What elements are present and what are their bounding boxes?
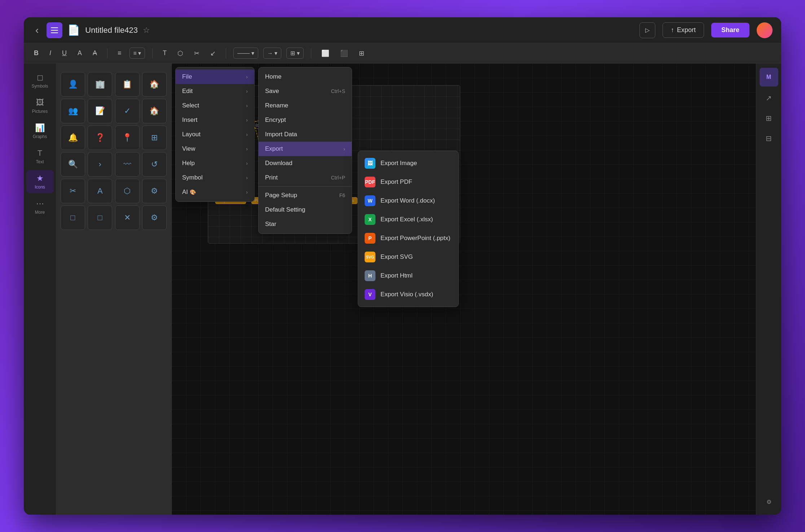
icon-cell[interactable]: ✕ <box>115 205 140 230</box>
export-html-icon: H <box>365 270 375 281</box>
graphs-icon: 📊 <box>35 123 45 133</box>
symbol-menu-item[interactable]: Symbol › <box>176 170 254 185</box>
toolbar-italic[interactable]: I <box>47 47 54 59</box>
file-star-item[interactable]: Star <box>259 217 352 231</box>
toolbar-line-style[interactable]: ─── ▾ <box>233 48 258 59</box>
select-menu-item[interactable]: Select › <box>176 98 254 113</box>
icon-cell[interactable]: ↺ <box>142 152 167 177</box>
file-import-item[interactable]: Import Data <box>259 127 352 142</box>
sidebar-item-symbols[interactable]: ◻ Symbols <box>26 69 54 92</box>
symbols-icon: ◻ <box>37 73 43 82</box>
export-svg-item[interactable]: SVG Export SVG <box>358 248 458 266</box>
icon-cell[interactable]: ❓ <box>88 125 112 150</box>
export-pdf-item[interactable]: PDF Export PDF <box>358 173 458 191</box>
icon-cell[interactable]: 🏠 <box>142 99 167 123</box>
icon-cell[interactable]: A <box>88 179 112 203</box>
rp-button-settings[interactable]: ⚙ <box>760 493 778 510</box>
icon-panel: 👤 🏢 📋 🏠 👥 📝 ✓ 🏠 🔔 ❓ 📍 ⊞ 🔍 › 〰 ↺ <box>56 63 172 515</box>
icon-cell[interactable]: 〰 <box>115 152 140 177</box>
icon-cell[interactable]: ✓ <box>115 99 140 123</box>
export-visio-item[interactable]: V Export Visio (.vsdx) <box>358 285 458 304</box>
export-button[interactable]: ↑ Export <box>663 22 704 38</box>
icon-cell[interactable]: □ <box>61 205 85 230</box>
export-excel-item[interactable]: X Export Excel (.xlsx) <box>358 210 458 229</box>
toolbar-separator2 <box>152 48 153 58</box>
file-print-item[interactable]: Print Ctrl+P <box>259 170 352 185</box>
rp-button-layout[interactable]: ⊟ <box>760 130 778 147</box>
file-rename-item[interactable]: Rename <box>259 98 352 113</box>
ai-menu-item[interactable]: AI 🎨 › <box>176 185 254 199</box>
toolbar-underline[interactable]: U <box>59 47 70 59</box>
sidebar-item-pictures[interactable]: 🖼 Pictures <box>26 94 54 118</box>
rp-button-move[interactable]: ↗ <box>760 89 778 107</box>
toolbar-border-style[interactable]: ⊞ ▾ <box>286 48 303 59</box>
icon-cell[interactable]: ⬡ <box>115 179 140 203</box>
toolbar-rect[interactable]: ⬜ <box>318 47 332 59</box>
icon-cell[interactable]: ✂ <box>61 179 85 203</box>
help-menu-item[interactable]: Help › <box>176 156 254 170</box>
icon-cell[interactable]: 🔔 <box>61 125 85 150</box>
insert-menu-item[interactable]: Insert › <box>176 113 254 127</box>
export-html-item[interactable]: H Export Html <box>358 266 458 285</box>
icon-cell[interactable]: ⊞ <box>142 125 167 150</box>
icon-cell[interactable]: 📋 <box>115 72 140 97</box>
sidebar-item-icons[interactable]: ★ Icons <box>26 170 54 193</box>
play-button[interactable]: ▷ <box>639 22 655 38</box>
icon-cell[interactable]: 🏢 <box>88 72 112 97</box>
edit-menu-item[interactable]: Edit › <box>176 84 254 98</box>
toolbar-shadow[interactable]: ⬛ <box>337 47 351 59</box>
file-download-item[interactable]: Download <box>259 156 352 170</box>
file-defaultsetting-item[interactable]: Default Setting <box>259 203 352 217</box>
canvas-area[interactable]: Weather Outlook forecast (cloude) rain w… <box>172 63 756 515</box>
star-button[interactable]: ☆ <box>143 26 150 35</box>
file-save-item[interactable]: Save Ctrl+S <box>259 84 352 98</box>
share-button[interactable]: Share <box>711 23 749 37</box>
sidebar-item-graphs[interactable]: 📊 Graphs <box>26 120 54 143</box>
icon-cell[interactable]: ⚙ <box>142 205 167 230</box>
toolbar-strikethrough[interactable]: A <box>90 47 100 59</box>
export-excel-icon: X <box>365 214 375 225</box>
back-button[interactable]: ‹ <box>32 23 41 37</box>
export-word-item[interactable]: W Export Word (.docx) <box>358 191 458 210</box>
main-area: ◻ Symbols 🖼 Pictures 📊 Graphs T Text ★ I… <box>24 63 781 515</box>
icon-cell[interactable]: ⚙ <box>142 179 167 203</box>
toolbar-connector[interactable]: ↙ <box>207 47 219 59</box>
toolbar-align[interactable]: ≡ <box>115 47 124 59</box>
sidebar-item-more[interactable]: ⋯ More <box>26 195 54 218</box>
export-word-label: Export Word (.docx) <box>380 197 435 204</box>
export-ppt-item[interactable]: P Export PowerPoint (.pptx) <box>358 229 458 248</box>
rp-button-ai[interactable]: M <box>760 68 778 87</box>
export-image-item[interactable]: 🖼 Export Image <box>358 154 458 173</box>
file-export-item[interactable]: Export › <box>259 142 352 156</box>
toolbar-stroke[interactable]: ✂ <box>191 47 202 59</box>
toolbar-align-dropdown[interactable]: ≡ ▾ <box>129 48 145 59</box>
toolbar-bold[interactable]: B <box>31 47 41 59</box>
file-pagesetup-item[interactable]: Page Setup F6 <box>259 188 352 203</box>
sidebar-item-text[interactable]: T Text <box>26 145 54 168</box>
file-encrypt-item[interactable]: Encrypt <box>259 113 352 127</box>
toolbar-arrow-style[interactable]: → ▾ <box>263 48 281 59</box>
toolbar-separator <box>107 48 107 58</box>
export-word-icon: W <box>365 195 375 206</box>
toolbar-fill[interactable]: ⬡ <box>175 47 186 59</box>
toolbar-text[interactable]: T <box>160 47 170 59</box>
rp-button-grid[interactable]: ⊞ <box>760 110 778 127</box>
view-menu-item[interactable]: View › <box>176 142 254 156</box>
toolbar-grid[interactable]: ⊞ <box>356 47 367 59</box>
layout-menu-item[interactable]: Layout › <box>176 127 254 142</box>
icon-cell[interactable]: 📍 <box>115 125 140 150</box>
file-menu-item[interactable]: File › <box>176 70 254 84</box>
icon-cell[interactable]: 📝 <box>88 99 112 123</box>
file-home-item[interactable]: Home <box>259 70 352 84</box>
icon-cell[interactable]: 🔍 <box>61 152 85 177</box>
icon-cell[interactable]: □ <box>88 205 112 230</box>
export-pdf-label: Export PDF <box>380 178 412 186</box>
hamburger-button[interactable] <box>47 22 62 38</box>
icon-cell[interactable]: 👥 <box>61 99 85 123</box>
icon-cell[interactable]: 👤 <box>61 72 85 97</box>
toolbar-font-color[interactable]: A <box>75 47 85 59</box>
icon-cell[interactable]: 🏠 <box>142 72 167 97</box>
export-visio-icon: V <box>365 289 375 300</box>
export-ppt-icon: P <box>365 233 375 244</box>
icon-cell[interactable]: › <box>88 152 112 177</box>
